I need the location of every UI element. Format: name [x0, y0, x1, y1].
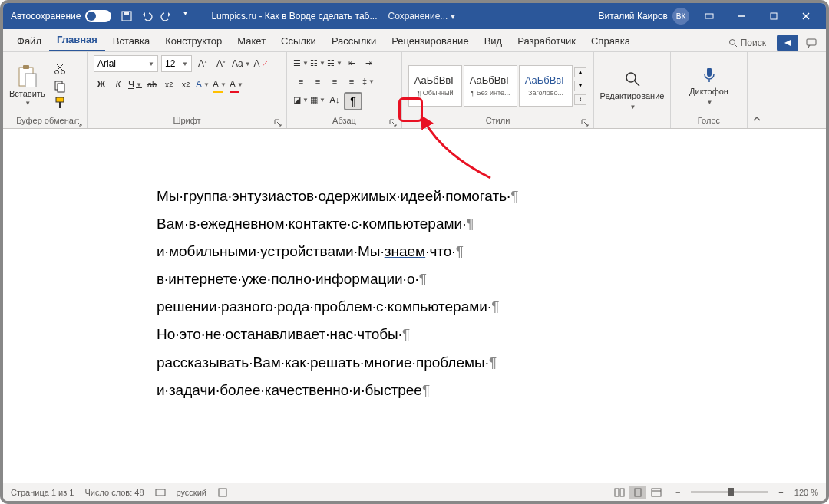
- show-hide-formatting-button[interactable]: ¶: [344, 92, 362, 110]
- tab-references[interactable]: Ссылки: [273, 31, 324, 51]
- search-label: Поиск: [741, 38, 766, 48]
- document-line[interactable]: Вам·в·ежедневном·контакте·с·компьютерами…: [157, 210, 672, 238]
- shading-button[interactable]: ◪▼: [293, 92, 309, 107]
- superscript-button[interactable]: x2: [178, 77, 193, 92]
- tab-help[interactable]: Справка: [583, 31, 638, 51]
- justify-button[interactable]: ≡: [344, 74, 359, 89]
- editing-button[interactable]: Редактирование▼: [600, 70, 665, 110]
- borders-button[interactable]: ▦▼: [310, 92, 325, 107]
- autosave-toggle[interactable]: Автосохранение: [11, 10, 111, 22]
- increase-indent-button[interactable]: ⇥: [361, 55, 376, 71]
- change-case-button[interactable]: Aa▼: [232, 56, 251, 71]
- print-layout-button[interactable]: [629, 486, 646, 499]
- svg-rect-20: [59, 102, 61, 108]
- tab-layout[interactable]: Макет: [230, 31, 273, 51]
- dialog-launcher-icon[interactable]: [389, 119, 397, 127]
- toggle-switch-icon[interactable]: [85, 10, 111, 22]
- tab-home[interactable]: Главная: [49, 29, 105, 51]
- zoom-slider[interactable]: [691, 491, 768, 493]
- tab-insert[interactable]: Вставка: [105, 31, 157, 51]
- maximize-button[interactable]: [758, 5, 789, 27]
- zoom-out-button[interactable]: −: [675, 488, 680, 497]
- copy-icon[interactable]: [53, 79, 67, 93]
- document-line[interactable]: и·мобильными·устройствами·Мы·знаем·что·¶: [157, 238, 672, 265]
- style-no-spacing[interactable]: АаБбВвГ¶ Без инте...: [464, 65, 517, 107]
- clear-formatting-button[interactable]: A⟋: [254, 56, 269, 71]
- decrease-indent-button[interactable]: ⇤: [344, 55, 359, 71]
- text-effects-button[interactable]: A▼: [195, 77, 210, 92]
- dialog-launcher-icon[interactable]: [581, 119, 589, 127]
- strikethrough-button[interactable]: ab: [144, 77, 160, 92]
- tab-mailings[interactable]: Рассылки: [324, 31, 384, 51]
- read-mode-button[interactable]: [611, 486, 628, 499]
- svg-rect-2: [705, 14, 713, 18]
- font-size-combo[interactable]: 12▼: [161, 55, 192, 72]
- search-box[interactable]: Поиск: [722, 35, 772, 51]
- shrink-font-button[interactable]: A˅: [213, 56, 229, 71]
- format-painter-icon[interactable]: [53, 96, 67, 110]
- page-indicator[interactable]: Страница 1 из 1: [11, 488, 74, 497]
- paste-button[interactable]: Вставить▼: [9, 64, 45, 107]
- style-normal[interactable]: АаБбВвГ¶ Обычный: [408, 65, 462, 107]
- document-page[interactable]: Мы·группа·энтузиастов·одержимых·идеей·по…: [34, 144, 795, 443]
- word-count[interactable]: Число слов: 48: [84, 488, 144, 497]
- collapse-ribbon-button[interactable]: [748, 52, 766, 128]
- paste-label: Вставить: [9, 89, 45, 98]
- document-line[interactable]: решении·разного·рода·проблем·с·компьютер…: [157, 293, 672, 321]
- tab-design[interactable]: Конструктор: [157, 31, 230, 51]
- dictate-button[interactable]: Диктофон▼: [689, 65, 728, 106]
- bold-button[interactable]: Ж: [94, 77, 109, 92]
- redo-icon[interactable]: [160, 10, 173, 22]
- document-line[interactable]: Но·это·не·останавливает·нас·чтобы·¶: [157, 321, 672, 348]
- cut-icon[interactable]: [53, 62, 67, 76]
- dialog-launcher-icon[interactable]: [274, 119, 282, 127]
- grow-font-button[interactable]: A˄: [195, 56, 210, 71]
- saving-status[interactable]: Сохранение... ▾: [388, 11, 454, 21]
- align-center-button[interactable]: ≡: [310, 74, 325, 89]
- font-name-combo[interactable]: Arial▼: [94, 55, 158, 72]
- tab-view[interactable]: Вид: [477, 31, 510, 51]
- italic-button[interactable]: К: [111, 77, 126, 92]
- zoom-in-button[interactable]: +: [778, 488, 783, 497]
- document-line[interactable]: рассказывать·Вам·как·решать·многие·пробл…: [157, 349, 672, 377]
- tab-file[interactable]: Файл: [9, 31, 49, 51]
- autosave-label: Автосохранение: [11, 11, 81, 21]
- multilevel-button[interactable]: ☵▼: [327, 55, 342, 71]
- tab-review[interactable]: Рецензирование: [384, 31, 476, 51]
- align-left-button[interactable]: ≡: [293, 74, 309, 89]
- comments-button[interactable]: [803, 35, 820, 51]
- qat-dropdown-icon[interactable]: ▼: [182, 10, 188, 22]
- undo-icon[interactable]: [140, 10, 153, 22]
- dialog-launcher-icon[interactable]: [74, 119, 82, 127]
- highlight-button[interactable]: A▼: [212, 77, 227, 92]
- web-layout-button[interactable]: [648, 486, 665, 499]
- subscript-button[interactable]: x2: [161, 77, 177, 92]
- sort-button[interactable]: A↓: [327, 92, 342, 107]
- numbering-button[interactable]: ☷▼: [310, 55, 325, 71]
- document-area[interactable]: Мы·группа·энтузиастов·одержимых·идеей·по…: [3, 129, 826, 483]
- minimize-button[interactable]: [726, 5, 757, 27]
- zoom-level[interactable]: 120 %: [794, 488, 818, 497]
- style-heading1[interactable]: АаБбВвГЗаголово...: [519, 65, 573, 107]
- bullets-button[interactable]: ☰▼: [293, 55, 309, 71]
- document-line[interactable]: Мы·группа·энтузиастов·одержимых·идеей·по…: [157, 183, 672, 210]
- save-icon[interactable]: [121, 10, 133, 22]
- underline-button[interactable]: Ч▼: [127, 77, 143, 92]
- tab-developer[interactable]: Разработчик: [510, 31, 583, 51]
- ribbon-mode-icon[interactable]: [694, 5, 725, 27]
- close-button[interactable]: [791, 5, 821, 27]
- statusbar: Страница 1 из 1 Число слов: 48 русский −…: [3, 483, 826, 501]
- styles-more[interactable]: ▴▾⁞: [574, 65, 586, 107]
- spellcheck-icon[interactable]: [155, 487, 166, 498]
- font-color-button[interactable]: A▼: [229, 77, 244, 92]
- line-spacing-button[interactable]: ‡▼: [361, 74, 376, 89]
- document-line[interactable]: в·интернете·уже·полно·информации·о·¶: [157, 265, 672, 293]
- share-button[interactable]: [777, 35, 798, 51]
- align-right-button[interactable]: ≡: [327, 74, 342, 89]
- svg-rect-19: [56, 97, 64, 102]
- macro-icon[interactable]: [217, 487, 228, 498]
- svg-point-13: [54, 70, 58, 74]
- document-line[interactable]: и·задачи·более·качественно·и·быстрее¶: [157, 377, 672, 404]
- user-account[interactable]: Виталий Каиров ВК: [598, 8, 689, 25]
- language-indicator[interactable]: русский: [177, 488, 206, 497]
